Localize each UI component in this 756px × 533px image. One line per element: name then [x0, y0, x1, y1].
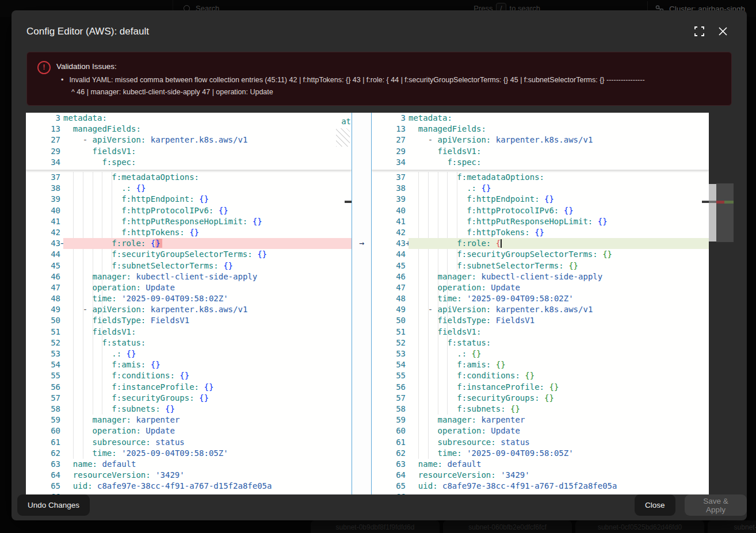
line-number: 48: [372, 293, 406, 304]
line-number: 44: [372, 249, 406, 260]
line-number: 47: [26, 282, 60, 293]
code-text: f:role: {}: [63, 238, 352, 249]
line-number: 58: [372, 404, 406, 415]
code-text: spec:: [63, 492, 352, 494]
line-number: 62: [26, 448, 60, 459]
code-text: f:httpProtocolIPv6: {}: [408, 205, 709, 216]
code-line: 60 operation: Update: [372, 425, 709, 436]
code-line: 40 f:httpProtocolIPv6: {}: [372, 205, 709, 216]
code-line: 61 subresource: status: [26, 437, 352, 448]
code-line: 66spec:: [26, 492, 352, 494]
fullscreen-button[interactable]: [693, 25, 705, 37]
line-number: 43: [26, 238, 60, 249]
sticky-line: 27 - apiVersion: karpenter.k8s.aws/v1: [372, 135, 709, 145]
code-line: 46 manager: kubectl-client-side-apply: [26, 271, 352, 282]
yaml-diff-editor: 37 f:metadataOptions:38 .: {}39 f:httpEn…: [26, 113, 736, 494]
scroll-decoration: [345, 201, 352, 203]
undo-changes-button[interactable]: Undo Changes: [17, 494, 90, 516]
line-number: 63: [372, 459, 406, 470]
line-number: 60: [26, 425, 60, 436]
sticky-line: 29 fieldsV1:: [26, 146, 352, 157]
code-text: - apiVersion: karpenter.k8s.aws/v1: [63, 304, 352, 315]
code-text: f:httpPutResponseHopLimit: {}: [63, 216, 352, 227]
sticky-line: 34 f:spec:: [372, 157, 709, 168]
sticky-line: 34 f:spec:: [26, 157, 352, 168]
save-apply-button[interactable]: Save & Apply: [685, 494, 747, 516]
code-line: 57 f:securityGroups: {}: [372, 393, 709, 404]
code-line: 66spec:: [372, 492, 709, 494]
code-line: 55 f:conditions: {}: [372, 370, 709, 381]
code-line: 41 f:httpPutResponseHopLimit: {}: [26, 216, 352, 227]
code-line: 49 - apiVersion: karpenter.k8s.aws/v1: [26, 304, 352, 315]
line-number: 53: [26, 348, 60, 359]
code-line: 39 f:httpEndpoint: {}: [26, 194, 352, 205]
code-line: 51 fieldsV1:: [26, 327, 352, 338]
code-line: 46 manager: kubectl-client-side-apply: [372, 271, 709, 282]
clipped-text-fragment: at: [341, 117, 351, 126]
line-number: 59: [372, 415, 406, 425]
line-number: 54: [26, 359, 60, 370]
close-dialog-button[interactable]: [716, 25, 729, 37]
right-code-rows: 37 f:metadataOptions:38 .: {}39 f:httpEn…: [372, 172, 709, 494]
code-line: 40 f:httpProtocolIPv6: {}: [26, 205, 352, 216]
code-line: 62 time: '2025-09-04T09:58:05Z': [372, 448, 709, 459]
line-number: 41: [372, 216, 406, 227]
code-text: time: '2025-09-04T09:58:05Z': [63, 448, 352, 459]
code-line: 51 fieldsV1:: [372, 327, 709, 338]
code-text: metadata:: [408, 113, 709, 124]
code-text: f:metadataOptions:: [63, 172, 352, 183]
code-text: fieldsType: FieldsV1: [63, 315, 352, 326]
code-text: subresource: status: [408, 437, 709, 448]
scrollbar-slider[interactable]: [709, 184, 716, 241]
validation-line2: ^ 46 | manager: kubectl-client-side-appl…: [61, 86, 717, 98]
page: Search Press / to search Cluster: anirba…: [0, 0, 756, 533]
line-number: 49: [26, 304, 60, 315]
code-text: manager: kubectl-client-side-apply: [408, 271, 709, 282]
line-number: 42: [26, 227, 60, 238]
close-button[interactable]: Close: [635, 494, 675, 516]
code-line: 65 uid: c8afe97e-38cc-4f91-a767-d15f2a8f…: [372, 481, 709, 492]
code-line: 63 name: default: [26, 459, 352, 470]
code-line: 59 manager: karpenter: [26, 415, 352, 425]
sticky-line: 3metadata:: [26, 113, 352, 124]
code-text: f:httpProtocolIPv6: {}: [63, 205, 352, 216]
left-code-rows: 37 f:metadataOptions:38 .: {}39 f:httpEn…: [26, 172, 352, 494]
diff-modified-pane[interactable]: 37 f:metadataOptions:38 .: {}39 f:httpEn…: [372, 113, 709, 494]
line-number: 3: [372, 113, 406, 124]
code-text: f:conditions: {}: [408, 370, 709, 381]
code-text: name: default: [408, 459, 709, 470]
code-line: 43− f:role: {}: [26, 238, 352, 249]
line-number: 52: [26, 338, 60, 348]
code-line: 54 f:amis: {}: [372, 359, 709, 370]
code-text: f:conditions: {}: [63, 370, 352, 381]
code-line: 62 time: '2025-09-04T09:58:05Z': [26, 448, 352, 459]
config-editor-dialog: Config Editor (AWS): default Validation …: [12, 10, 747, 520]
code-line: 64 resourceVersion: '3429': [26, 470, 352, 481]
code-line: 60 operation: Update: [26, 425, 352, 436]
code-line: 48 time: '2025-09-04T09:58:02Z': [26, 293, 352, 304]
code-text: fieldsV1:: [408, 327, 709, 338]
code-text: operation: Update: [63, 425, 352, 436]
code-line: 39 f:httpEndpoint: {}: [372, 194, 709, 205]
line-number: 56: [26, 382, 60, 393]
code-line: 42 f:httpTokens: {}: [26, 227, 352, 238]
line-number: 55: [372, 370, 406, 381]
line-number: 64: [372, 470, 406, 481]
code-text: operation: Update: [408, 425, 709, 436]
code-line: 47 operation: Update: [26, 282, 352, 293]
validation-message: Invalid YAML: missed comma between flow …: [61, 74, 717, 98]
close-icon: [719, 27, 727, 36]
code-text: .: {}: [63, 183, 352, 194]
code-text: f:instanceProfile: {}: [63, 382, 352, 393]
line-number: 52: [372, 338, 406, 348]
line-number: 45: [372, 260, 406, 271]
line-number: 46: [372, 271, 406, 282]
code-text: f:httpTokens: {}: [408, 227, 709, 238]
code-line: 58 f:subnets: {}: [26, 404, 352, 415]
revert-change-arrow[interactable]: →: [352, 238, 371, 249]
code-line: 50 fieldsType: FieldsV1: [26, 315, 352, 326]
right-sticky-scroll: 3metadata:13 managedFields:27 - apiVersi…: [372, 113, 709, 170]
diff-original-pane[interactable]: 37 f:metadataOptions:38 .: {}39 f:httpEn…: [26, 113, 352, 494]
code-text: f:httpPutResponseHopLimit: {}: [408, 216, 709, 227]
code-line: 43+ f:role: {: [372, 238, 709, 249]
